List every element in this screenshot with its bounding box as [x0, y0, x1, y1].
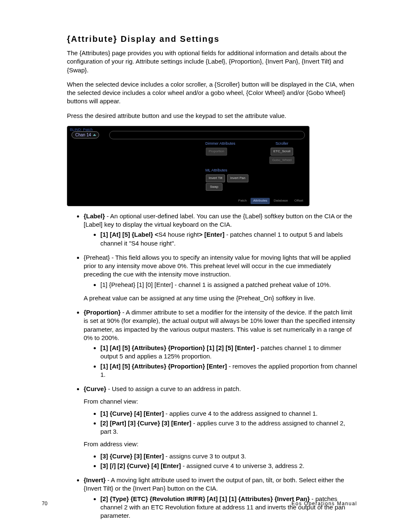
invert-tilt-button: Invert Tilt — [206, 174, 225, 182]
invert-lead: {Invert} — [84, 476, 106, 483]
preheat-item: {Preheat} - This field allows you to spe… — [84, 253, 357, 302]
invert-example: [2] {Type} {ETC} {Revolution IR/FR} [At]… — [100, 495, 357, 520]
tab-patch: Patch — [236, 198, 249, 204]
curve-body: - Used to assign a curve to an address i… — [106, 385, 241, 392]
channel-pill: Chan 14 — [72, 131, 99, 139]
prop-ex1-bold: [1] [At] [5] {Attributes} {Proportion} [… — [100, 344, 261, 351]
curve-ex1-tail: - applies curve 4 to the address assigne… — [164, 410, 318, 417]
screenshot-figure: BLIND: Patch Chan 14 Dimmer Attributes P… — [67, 126, 309, 206]
label-ex-bold1: [1] [At] [5] {Label} < — [100, 231, 159, 238]
proportion-example-2: [1] [At] [5] {Attributes} {Proportion} [… — [100, 362, 357, 379]
curve-lead: {Curve} — [84, 385, 106, 392]
curve-example-3: [3] {Curve} [3] [Enter] - assigns curve … — [100, 452, 357, 460]
curve-channel-view-label: From channel view: — [84, 397, 357, 406]
label-body: - An optional user-defined label. You ca… — [84, 212, 352, 228]
curve-ex1-bold: [1] {Curve} [4] [Enter] — [100, 410, 164, 417]
preheat-example: [1] {Preheat} [1] [0] [Enter] - channel … — [100, 281, 357, 289]
page-number: 70 — [42, 500, 47, 507]
curve-address-view-label: From address view: — [84, 440, 357, 448]
scroller-section-label: Scroller — [259, 141, 305, 146]
curve-example-1: [1] {Curve} [4] [Enter] - applies curve … — [100, 409, 357, 418]
prop-ex2-bold: [1] [At] [5] {Attributes} {Proportion} [… — [100, 363, 227, 370]
invert-item: {Invert} - A moving light attribute used… — [84, 476, 357, 520]
curve-ex2-bold: [2] [Part] [3] {Curve} [3] [Enter] — [100, 419, 192, 427]
curve-example-2: [2] [Part] [3] {Curve} [3] [Enter] - app… — [100, 419, 357, 436]
proportion-item: {Proportion} - A dimmer attribute to set… — [84, 308, 357, 379]
tab-bar: Patch Attributes Database Offset — [235, 198, 306, 204]
proportion-lead: {Proportion} — [84, 309, 120, 316]
curve-ex4-bold: [3] [/] [2] {Curve} [4] [Enter] — [100, 462, 181, 469]
intro-para-2: When the selected device includes a colo… — [67, 80, 357, 106]
label-item: {Label} - An optional user-defined label… — [84, 212, 357, 248]
label-ex-mid: S4 house right — [159, 231, 199, 238]
proportion-body: - A dimmer attribute to set a modifier f… — [84, 309, 355, 341]
ml-attributes-label: ML Attributes — [205, 168, 247, 173]
label-example: [1] [At] [5] {Label} <S4 house right> [E… — [100, 230, 357, 248]
manual-title: Eos Operations Manual — [292, 500, 357, 507]
label-ex-bold2: > [Enter] — [199, 231, 225, 238]
tab-database: Database — [271, 198, 290, 204]
preheat-body: {Preheat} - This field allows you to spe… — [84, 254, 350, 278]
curve-item: {Curve} - Used to assign a curve to an a… — [84, 385, 357, 470]
proportion-example-1: [1] [At] [5] {Attributes} {Proportion} [… — [100, 344, 357, 361]
invert-pan-button: Invert Pan — [227, 174, 248, 182]
section-heading: {Attribute} Display and Settings — [67, 33, 357, 45]
curve-example-4: [3] [/] [2] {Curve} [4] [Enter] - assign… — [100, 462, 357, 470]
preheat-note: A preheat value can be assigned at any t… — [84, 294, 357, 302]
dimmer-attributes-label: Dimmer Attributes — [205, 141, 247, 146]
proportion-button: Proportion — [206, 148, 227, 156]
gobo-wheel-button: Gobo_Wheel — [269, 156, 295, 164]
label-lead: {Label} — [84, 212, 105, 220]
invert-body: - A moving light attribute used to inver… — [84, 476, 344, 492]
intro-para-1: The {Attributes} page provides you with … — [67, 49, 357, 74]
etc-scroll-button: ETC_Scroll — [271, 148, 293, 156]
swap-button: Swap — [206, 183, 223, 191]
tab-attributes: Attributes — [251, 198, 270, 204]
tab-offset: Offset — [292, 198, 306, 204]
curve-ex3-tail: - assigns curve 3 to output 3. — [164, 453, 246, 460]
curve-ex4-tail: - assigned curve 4 to universe 3, addres… — [181, 462, 304, 469]
curve-ex3-bold: [3] {Curve} [3] [Enter] — [100, 453, 164, 460]
intro-para-3: Press the desired attribute button and u… — [67, 112, 357, 120]
header-outline — [109, 131, 305, 139]
